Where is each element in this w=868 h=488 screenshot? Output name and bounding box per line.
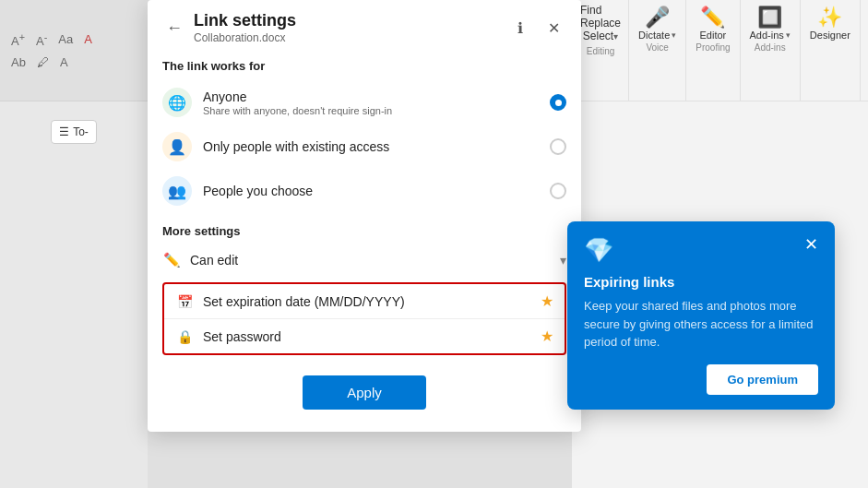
expiration-premium-star-icon: ★ [541,292,553,310]
editing-section-label: Editing [587,46,615,56]
dialog-title-group: Link settings Collaboration.docx [194,11,507,44]
password-label: Set password [203,329,531,344]
password-premium-star-icon: ★ [541,327,553,345]
option-choose-label: People you choose [203,184,539,198]
expiration-row[interactable]: 📅 Set expiration date (MM/DD/YYYY) ★ [164,284,565,318]
premium-card: 💎 ✕ Expiring links Keep your shared file… [567,221,835,410]
diamond-icon: 💎 [584,236,613,265]
todo-label: To- [73,125,89,138]
dictate-arrow-icon: ▾ [672,30,676,40]
ribbon-group-addins: 🔲 Add-ins ▾ Add-ins [741,0,801,101]
premium-card-close-button[interactable]: ✕ [804,236,818,253]
radio-existing [550,138,566,155]
can-edit-label: Can edit [190,253,551,268]
addins-arrow-icon: ▾ [786,30,791,40]
todo-button[interactable]: ☰ To- [51,120,97,144]
select-label[interactable]: Select [583,30,613,42]
dialog-back-button[interactable]: ← [162,18,186,38]
expiration-label: Set expiration date (MM/DD/YYYY) [203,294,531,309]
option-anyone-label: Anyone [203,89,539,104]
todo-icon: ☰ [59,125,69,138]
chevron-down-icon: ▾ [560,253,566,268]
ribbon-right: Find Replace Select ▾ Editing 🎤 Dictate … [573,0,868,101]
ribbon-group-editing: Find Replace Select ▾ Editing [573,0,629,101]
premium-features-box: 📅 Set expiration date (MM/DD/YYYY) ★ 🔒 S… [162,282,566,355]
addins-section-label: Add-ins [755,42,786,53]
addins-label[interactable]: Add-ins [750,30,784,41]
link-works-for-title: The link works for [148,48,581,80]
go-premium-button[interactable]: Go premium [707,364,818,395]
option-choose-text: People you choose [203,184,539,198]
calendar-icon: 📅 [175,294,194,309]
ribbon-group-designer: ✨ Designer [801,0,861,101]
lock-icon: 🔒 [175,329,194,344]
voice-section-label: Voice [646,42,668,53]
designer-icon: ✨ [817,6,842,30]
designer-label[interactable]: Designer [810,30,850,41]
more-settings-title: More settings [148,213,581,244]
option-existing-text: Only people with existing access [203,139,539,154]
dialog-header-icons: ℹ ✕ [507,15,566,41]
ribbon-group-editor: ✏️ Editor Proofing [686,0,740,101]
premium-card-title: Expiring links [584,274,818,290]
addins-icon: 🔲 [757,6,782,30]
editor-label[interactable]: Editor [700,30,727,41]
premium-card-desc: Keep your shared files and photos more s… [584,297,818,351]
radio-choose [550,183,566,199]
apply-button[interactable]: Apply [303,375,426,410]
dictate-icon: 🎤 [645,6,670,30]
option-existing[interactable]: 👤 Only people with existing access [148,125,581,169]
dictate-label[interactable]: Dictate [638,30,670,41]
person-icon: 👤 [162,132,192,161]
proofing-section-label: Proofing [696,42,730,53]
can-edit-row[interactable]: ✏️ Can edit ▾ [148,244,581,277]
globe-icon: 🌐 [162,88,192,117]
dialog-title: Link settings [194,11,507,30]
select-arrow-icon: ▾ [613,31,618,42]
option-choose[interactable]: 👥 People you choose [148,169,581,213]
dialog-header: ← Link settings Collaboration.docx ℹ ✕ [148,0,581,48]
link-settings-dialog: ← Link settings Collaboration.docx ℹ ✕ T… [148,0,581,432]
password-row[interactable]: 🔒 Set password ★ [164,318,565,353]
dialog-subtitle: Collaboration.docx [194,31,507,44]
radio-anyone [550,94,566,111]
dialog-close-button[interactable]: ✕ [541,15,566,41]
dialog-info-button[interactable]: ℹ [507,15,533,41]
replace-label: Replace [580,17,621,30]
find-label: Find [580,4,621,17]
option-anyone-text: Anyone Share with anyone, doesn't requir… [203,89,539,116]
edit-icon: ✏️ [162,252,181,268]
people-icon: 👥 [162,176,192,206]
dialog-footer: Apply [148,361,581,410]
premium-card-header: 💎 ✕ [584,236,818,265]
option-anyone[interactable]: 🌐 Anyone Share with anyone, doesn't requ… [148,80,581,125]
option-anyone-desc: Share with anyone, doesn't require sign-… [203,105,539,116]
ribbon-group-voice: 🎤 Dictate ▾ Voice [629,0,686,101]
option-existing-label: Only people with existing access [203,139,539,154]
document-area: ☰ To- [0,101,148,488]
editor-icon: ✏️ [700,6,725,30]
